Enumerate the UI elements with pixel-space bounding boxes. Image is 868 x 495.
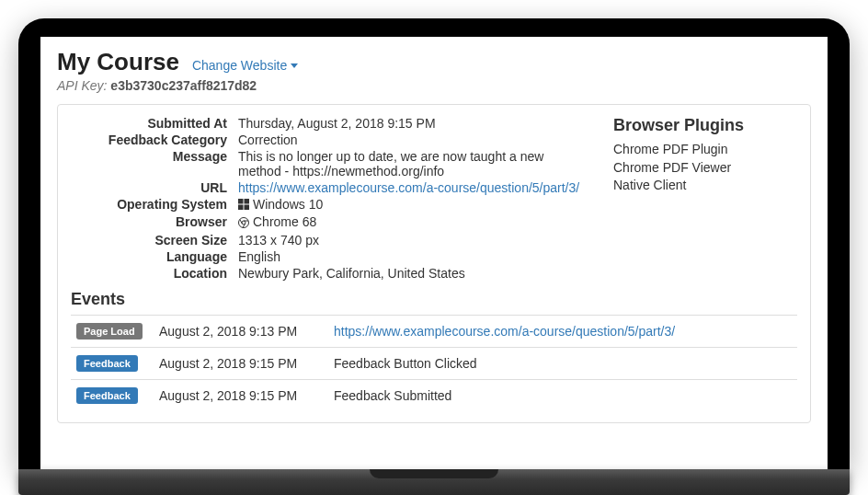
page-title: My Course: [57, 48, 179, 76]
windows-icon: [238, 198, 249, 213]
table-row: Feedback August 2, 2018 9:15 PM Feedback…: [71, 347, 797, 379]
api-key-value: e3b3730c237aff8217d82: [110, 78, 257, 93]
laptop-notch: [370, 469, 498, 478]
label-submitted-at: Submitted At: [71, 116, 227, 131]
event-time: August 2, 2018 9:13 PM: [154, 315, 328, 347]
change-website-link[interactable]: Change Website: [192, 58, 298, 73]
laptop-base: [18, 469, 850, 495]
plugin-item: Chrome PDF Viewer: [613, 159, 779, 178]
value-operating-system: Windows 10: [238, 197, 586, 213]
api-key-label: API Key:: [57, 78, 107, 93]
label-screen-size: Screen Size: [71, 233, 227, 248]
api-key-row: API Key: e3b3730c237aff8217d82: [57, 78, 811, 93]
value-browser: Chrome 68: [238, 214, 586, 230]
value-submitted-at: Thursday, August 2, 2018 9:15 PM: [238, 116, 586, 131]
url-link[interactable]: https://www.examplecourse.com/a-course/q…: [238, 180, 579, 195]
event-badge-feedback: Feedback: [76, 387, 138, 404]
label-feedback-category: Feedback Category: [71, 132, 227, 147]
browser-plugins: Browser Plugins Chrome PDF Plugin Chrome…: [613, 116, 779, 281]
laptop-screen-border: My Course Change Website API Key: e3b373…: [18, 18, 850, 469]
plugin-item: Chrome PDF Plugin: [613, 141, 779, 159]
feedback-panel: Submitted At Thursday, August 2, 2018 9:…: [57, 104, 811, 423]
details-table: Submitted At Thursday, August 2, 2018 9:…: [71, 116, 586, 281]
event-detail: Feedback Button Clicked: [328, 347, 797, 379]
event-detail: https://www.examplecourse.com/a-course/q…: [328, 315, 797, 347]
events-table: Page Load August 2, 2018 9:13 PM https:/…: [71, 315, 797, 411]
label-language: Language: [71, 249, 227, 264]
event-badge-page-load: Page Load: [76, 323, 143, 340]
event-badge-feedback: Feedback: [76, 355, 138, 372]
value-message: This is no longer up to date, we are now…: [238, 149, 586, 178]
value-language: English: [238, 249, 586, 264]
table-row: Feedback August 2, 2018 9:15 PM Feedback…: [71, 379, 797, 411]
label-message: Message: [71, 149, 227, 178]
change-website-label: Change Website: [192, 58, 287, 73]
value-location: Newbury Park, California, United States: [238, 266, 586, 281]
event-detail: Feedback Submitted: [328, 379, 797, 411]
page-content: My Course Change Website API Key: e3b373…: [40, 37, 828, 434]
svg-rect-0: [238, 199, 244, 204]
event-time: August 2, 2018 9:15 PM: [154, 347, 328, 379]
value-feedback-category: Correction: [238, 132, 586, 147]
value-url: https://www.examplecourse.com/a-course/q…: [238, 180, 586, 195]
label-url: URL: [71, 180, 227, 195]
laptop-screen: My Course Change Website API Key: e3b373…: [40, 37, 828, 469]
plugin-item: Native Client: [613, 177, 779, 195]
table-row: Page Load August 2, 2018 9:13 PM https:/…: [71, 315, 797, 347]
label-location: Location: [71, 266, 227, 281]
event-url-link[interactable]: https://www.examplecourse.com/a-course/q…: [334, 324, 675, 339]
label-browser: Browser: [71, 214, 227, 230]
browser-text: Chrome 68: [253, 214, 316, 229]
label-operating-system: Operating System: [71, 197, 227, 213]
laptop-frame: My Course Change Website API Key: e3b373…: [18, 18, 850, 495]
chevron-down-icon: [291, 63, 298, 68]
plugins-heading: Browser Plugins: [613, 116, 779, 135]
chrome-icon: [238, 216, 249, 231]
svg-rect-3: [245, 205, 250, 211]
svg-rect-1: [245, 199, 250, 204]
events-heading: Events: [71, 290, 797, 309]
value-screen-size: 1313 x 740 px: [238, 233, 586, 248]
os-text: Windows 10: [253, 197, 323, 212]
header-row: My Course Change Website: [57, 48, 811, 76]
event-time: August 2, 2018 9:15 PM: [154, 379, 328, 411]
svg-rect-2: [238, 205, 244, 211]
details-row: Submitted At Thursday, August 2, 2018 9:…: [71, 116, 797, 281]
